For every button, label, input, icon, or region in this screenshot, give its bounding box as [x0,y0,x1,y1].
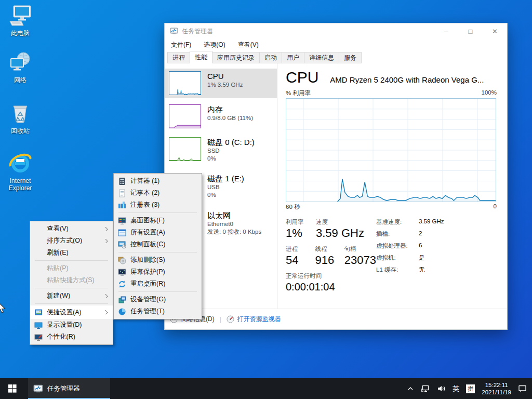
stat-threads: 线程 916 [315,245,344,267]
desktop-icons-icon [118,217,126,225]
menu-separator [35,303,108,304]
all-settings-icon [118,229,126,237]
menu-item-quick-settings[interactable]: 便捷设置(A) [30,305,113,319]
graph-axis-0: 0 [494,203,497,211]
tab-bar: 进程 性能 应用历史记录 启动 用户 详细信息 服务 [165,51,507,63]
submenu-item-registry[interactable]: 注册表 (3) [114,199,202,211]
submenu-item-task-manager[interactable]: 任务管理(T) [114,305,202,317]
taskbar-app-label: 任务管理器 [47,384,80,393]
tab-app-history[interactable]: 应用历史记录 [212,52,260,63]
tray-expand-chevron-icon[interactable] [407,385,414,392]
menu-item-paste-shortcut[interactable]: 粘贴快捷方式(S) [30,274,113,286]
window-title: 任务管理器 [182,27,213,36]
submenu-item-desktop-icons[interactable]: 桌面图标(F) [114,215,202,227]
submenu-item-calculator[interactable]: 计算器 (1) [114,175,202,187]
notepad-icon [118,189,126,197]
cpu-model-name: AMD Ryzen 5 2400G with Radeon Vega G... [330,75,497,84]
submenu-item-all-settings[interactable]: 所有设置(A) [114,227,202,238]
menu-item-paste[interactable]: 粘贴(P) [30,262,113,274]
submenu-item-add-remove[interactable]: 添加删除(S) [114,254,202,266]
menu-item-display-settings[interactable]: 显示设置(D) [30,319,113,331]
taskbar-clock[interactable]: 15:22:11 2021/11/19 [482,381,511,396]
windows-logo-icon [8,384,17,393]
action-center-icon[interactable] [518,384,527,393]
tab-details[interactable]: 详细信息 [304,52,339,63]
submenu-item-screensaver[interactable]: 屏幕保护(P) [114,266,202,278]
submenu-item-control-panel[interactable]: 控制面板(C) [114,238,202,250]
system-tray: 英 拼 15:22:11 2021/11/19 [407,378,532,399]
menu-separator [35,260,108,261]
registry-icon [118,201,126,209]
open-resource-monitor-link[interactable]: 打开资源监视器 [227,315,281,324]
desktop-icon-label: 此电脑 [0,30,41,37]
control-panel-icon [118,241,126,249]
resource-monitor-icon [227,315,234,323]
menu-separator [35,288,108,288]
task-manager-icon [170,27,178,35]
screensaver-icon [118,268,126,276]
tab-startup[interactable]: 启动 [259,52,282,63]
submenu-item-device-manager[interactable]: 设备管理(G) [114,294,202,305]
menu-separator [118,252,197,252]
desktop-icon-recycle-bin[interactable]: 回收站 [0,102,41,135]
task-manager-pie-icon [118,308,126,316]
maximize-button[interactable]: □ [458,23,483,39]
graph-axis-60s: 60 秒 [286,203,300,211]
task-manager-window: 任务管理器 – □ ✕ 文件(F) 选项(O) 查看(V) 进程 性能 应用历史… [164,23,508,330]
display-settings-icon [34,321,43,329]
submenu-arrow-icon [105,310,108,315]
menu-item-view[interactable]: 查看(V) [30,223,113,235]
taskmgr-footer: 简略信息(D) | 打开资源监视器 [165,309,507,329]
submenu-arrow-icon [105,227,108,232]
ime-mode-indicator[interactable]: 拼 [466,384,475,393]
menu-item-sort-by[interactable]: 排序方式(O) [30,235,113,247]
start-button[interactable] [0,378,25,399]
internet-explorer-icon [8,152,32,176]
graph-label-max: 100% [482,89,497,97]
stat-utilization: 利用率 1% [286,218,316,240]
menu-separator [118,291,197,292]
device-manager-icon [118,296,126,304]
desktop-icon-network[interactable]: 网络 [0,51,41,84]
menu-item-refresh[interactable]: 刷新(E) [30,247,113,259]
titlebar[interactable]: 任务管理器 – □ ✕ [165,23,507,39]
quick-settings-submenu: 计算器 (1) 记事本 (2) 注册表 (3) 桌面图标(F) [113,173,202,320]
menu-item-personalize[interactable]: 个性化(R) [30,331,113,343]
menu-options[interactable]: 选项(O) [204,41,225,49]
cpu-panel: CPU AMD Ryzen 5 2400G with Radeon Vega G… [286,63,497,309]
ime-language-indicator[interactable]: 英 [453,384,459,393]
minimize-button[interactable]: – [434,23,458,39]
quick-settings-icon [34,308,43,316]
stat-speed: 速度 3.59 GHz [316,218,364,240]
submenu-item-restart-desktop[interactable]: 重启桌面(R) [114,278,202,290]
menu-file[interactable]: 文件(F) [171,41,191,49]
add-remove-icon [118,256,126,264]
tab-processes[interactable]: 进程 [167,52,190,63]
cpu-mini-graph [169,71,201,95]
restart-desktop-icon [118,280,126,288]
cpu-utilization-graph [286,98,496,202]
submenu-item-notepad[interactable]: 记事本 (2) [114,187,202,199]
network-icon [8,51,32,75]
task-manager-icon [33,384,43,394]
close-button[interactable]: ✕ [483,23,507,39]
tab-performance[interactable]: 性能 [190,51,212,63]
menu-item-new[interactable]: 新建(W) [30,290,113,302]
menu-bar: 文件(F) 选项(O) 查看(V) [165,39,507,51]
stat-processes: 进程 54 [286,245,315,267]
tab-users[interactable]: 用户 [282,52,304,63]
desktop-icon-internet-explorer[interactable]: Internet Explorer [0,152,41,192]
tab-services[interactable]: 服务 [339,52,362,63]
sidebar-item-cpu[interactable]: CPU 1% 3.59 GHz [165,69,277,98]
desktop-icon-this-pc[interactable]: 此电脑 [0,4,41,37]
taskbar-app-task-manager[interactable]: 任务管理器 [28,378,110,399]
sidebar-item-memory[interactable]: 内存 0.9/8.0 GB (11%) [165,102,277,131]
footer-divider: | [220,316,221,323]
menu-view[interactable]: 查看(V) [238,41,259,49]
desktop-icon-label: 网络 [0,76,41,84]
volume-tray-icon[interactable] [437,384,446,393]
personalize-icon [34,333,43,341]
network-tray-icon[interactable] [421,384,430,393]
sidebar-item-disk0[interactable]: 磁盘 0 (C: D:) SSD 0% [165,135,277,169]
desktop-icon-label: Internet Explorer [0,177,41,192]
